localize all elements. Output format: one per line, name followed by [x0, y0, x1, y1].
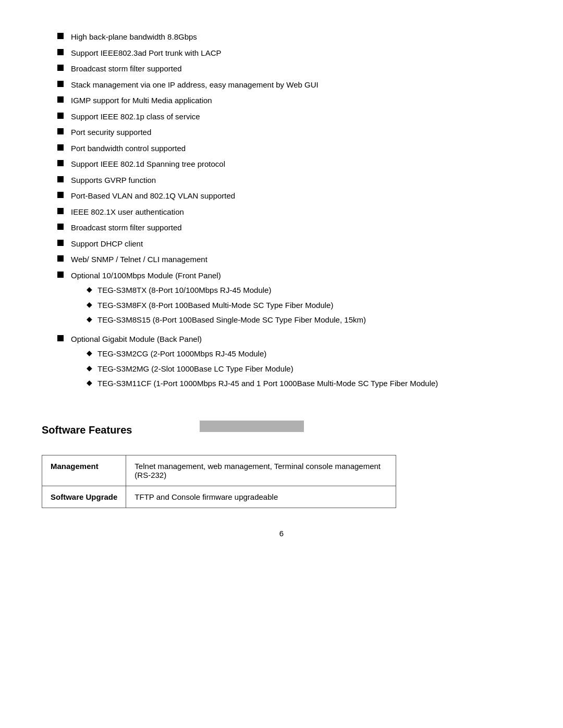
- list-item-text: High back-plane bandwidth 8.8Gbps: [71, 31, 197, 43]
- sub-list-item: ◆TEG-S3M2MG (2-Slot 1000Base LC Type Fib…: [71, 363, 438, 375]
- list-item-text: IEEE 802.1X user authentication: [71, 206, 184, 218]
- sub-list-item-text: TEG-S3M2MG (2-Slot 1000Base LC Type Fibe…: [97, 363, 293, 375]
- bullet-square-icon: [57, 65, 64, 71]
- sub-list-item-text: TEG-S3M11CF (1-Port 1000Mbps RJ-45 and 1…: [97, 378, 438, 390]
- list-item: Optional 10/100Mbps Module (Front Panel)…: [42, 270, 521, 329]
- list-item: Stack management via one IP address, eas…: [42, 79, 521, 91]
- software-features-table: ManagementTelnet management, web managem…: [42, 455, 396, 508]
- sub-list-item: ◆TEG-S3M8TX (8-Port 10/100Mbps RJ-45 Mod…: [71, 285, 366, 297]
- bullet-square-icon: [57, 240, 64, 246]
- list-item-text: Optional 10/100Mbps Module (Front Panel)…: [71, 270, 366, 329]
- bullet-square-icon: [57, 176, 64, 182]
- sub-bullet-list: ◆TEG-S3M2CG (2-Port 1000Mbps RJ-45 Modul…: [71, 348, 438, 390]
- list-item-text: Optional Gigabit Module (Back Panel)◆TEG…: [71, 334, 438, 393]
- table-label-cell: Management: [42, 455, 126, 486]
- bullet-square-icon: [57, 33, 64, 39]
- list-item-text: Support DHCP client: [71, 238, 143, 250]
- diamond-icon: ◆: [87, 285, 92, 295]
- bullet-square-icon: [57, 96, 64, 103]
- heading-decoration: [200, 421, 304, 432]
- table-label-cell: Software Upgrade: [42, 486, 126, 508]
- bullet-square-icon: [57, 49, 64, 55]
- list-item: Port security supported: [42, 127, 521, 139]
- list-item-text: Supports GVRP function: [71, 175, 156, 187]
- diamond-icon: ◆: [87, 314, 92, 325]
- table-row: ManagementTelnet management, web managem…: [42, 455, 396, 486]
- list-item-text: Support IEEE802.3ad Port trunk with LACP: [71, 47, 222, 59]
- table-row: Software UpgradeTFTP and Console firmwar…: [42, 486, 396, 508]
- bullet-square-icon: [57, 192, 64, 198]
- bullet-square-icon: [57, 255, 64, 262]
- bullet-square-icon: [57, 81, 64, 87]
- list-item: Supports GVRP function: [42, 175, 521, 187]
- list-item: Broadcast storm filter supported: [42, 63, 521, 75]
- diamond-icon: ◆: [87, 348, 92, 359]
- list-item-text: Port bandwidth control supported: [71, 143, 186, 155]
- sub-list-item-text: TEG-S3M2CG (2-Port 1000Mbps RJ-45 Module…: [97, 348, 266, 360]
- sub-list-item: ◆TEG-S3M11CF (1-Port 1000Mbps RJ-45 and …: [71, 378, 438, 390]
- bullet-square-icon: [57, 208, 64, 214]
- list-item-text: IGMP support for Multi Media application: [71, 95, 212, 107]
- table-value-cell: Telnet management, web management, Termi…: [126, 455, 396, 486]
- list-item-text: Broadcast storm filter supported: [71, 63, 182, 75]
- list-item: Support IEEE 802.1p class of service: [42, 111, 521, 123]
- list-item: IEEE 802.1X user authentication: [42, 206, 521, 218]
- list-item-text: Web/ SNMP / Telnet / CLI management: [71, 254, 207, 266]
- bullet-square-icon: [57, 160, 64, 166]
- bullet-square-icon: [57, 335, 64, 341]
- table-value-cell: TFTP and Console firmware upgradeable: [126, 486, 396, 508]
- bullet-square-icon: [57, 144, 64, 151]
- list-item: Support DHCP client: [42, 238, 521, 250]
- bullet-square-icon: [57, 128, 64, 134]
- bullet-square-icon: [57, 113, 64, 119]
- bullet-square-icon: [57, 224, 64, 230]
- diamond-icon: ◆: [87, 300, 92, 310]
- list-item: Support IEEE 802.1d Spanning tree protoc…: [42, 158, 521, 170]
- software-features-section: Software Features: [42, 409, 521, 445]
- diamond-icon: ◆: [87, 378, 92, 388]
- diamond-icon: ◆: [87, 363, 92, 374]
- software-features-heading: Software Features: [42, 424, 194, 436]
- list-item-text: Support IEEE 802.1d Spanning tree protoc…: [71, 158, 225, 170]
- list-item: Port bandwidth control supported: [42, 143, 521, 155]
- list-item: Broadcast storm filter supported: [42, 222, 521, 234]
- sub-list-item: ◆TEG-S3M8FX (8-Port 100Based Multi-Mode …: [71, 300, 366, 312]
- page-number: 6: [42, 529, 521, 538]
- sub-bullet-list: ◆TEG-S3M8TX (8-Port 10/100Mbps RJ-45 Mod…: [71, 285, 366, 326]
- list-item-text: Support IEEE 802.1p class of service: [71, 111, 200, 123]
- list-item: Optional Gigabit Module (Back Panel)◆TEG…: [42, 334, 521, 393]
- list-item: Port-Based VLAN and 802.1Q VLAN supporte…: [42, 190, 521, 202]
- list-item: Web/ SNMP / Telnet / CLI management: [42, 254, 521, 266]
- sub-list-item-text: TEG-S3M8TX (8-Port 10/100Mbps RJ-45 Modu…: [97, 285, 271, 297]
- sub-list-item: ◆TEG-S3M8S15 (8-Port 100Based Single-Mod…: [71, 314, 366, 326]
- bullet-square-icon: [57, 272, 64, 278]
- list-item-text: Broadcast storm filter supported: [71, 222, 182, 234]
- list-item-text: Stack management via one IP address, eas…: [71, 79, 319, 91]
- sub-list-item-text: TEG-S3M8S15 (8-Port 100Based Single-Mode…: [97, 314, 366, 326]
- sub-list-item: ◆TEG-S3M2CG (2-Port 1000Mbps RJ-45 Modul…: [71, 348, 438, 360]
- sub-list-item-text: TEG-S3M8FX (8-Port 100Based Multi-Mode S…: [97, 300, 333, 312]
- list-item-text: Port-Based VLAN and 802.1Q VLAN supporte…: [71, 190, 235, 202]
- main-bullet-list: High back-plane bandwidth 8.8GbpsSupport…: [42, 31, 521, 393]
- list-item: High back-plane bandwidth 8.8Gbps: [42, 31, 521, 43]
- list-item: Support IEEE802.3ad Port trunk with LACP: [42, 47, 521, 59]
- list-item: IGMP support for Multi Media application: [42, 95, 521, 107]
- list-item-text: Port security supported: [71, 127, 151, 139]
